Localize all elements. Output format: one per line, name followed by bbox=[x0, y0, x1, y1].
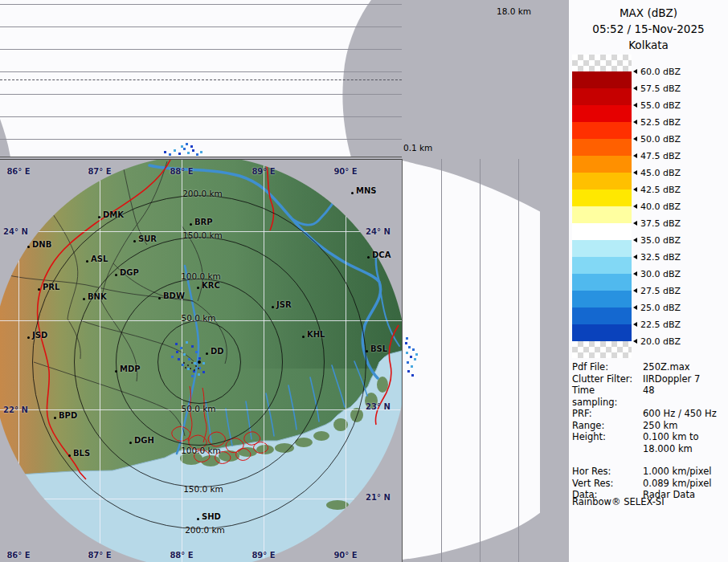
product-title: MAX (dBZ) bbox=[569, 5, 728, 21]
longitude-label-bottom: 88° E bbox=[170, 551, 193, 560]
city-code-label: ASL bbox=[91, 255, 108, 263]
scale-color-cell bbox=[572, 240, 632, 257]
height-gridline bbox=[441, 159, 442, 562]
scale-tick-arrow bbox=[633, 339, 637, 344]
height-gridline bbox=[0, 26, 402, 27]
scale-label-row: 57.5 dBZ bbox=[633, 80, 681, 96]
scale-tick-arrow bbox=[633, 170, 637, 175]
city-code-label: DGH bbox=[134, 436, 154, 445]
scale-label-row: 42.5 dBZ bbox=[633, 181, 681, 198]
height-gridline bbox=[0, 116, 402, 117]
projection-echo-pixel bbox=[407, 361, 409, 364]
city-dot bbox=[83, 298, 85, 300]
longitude-label-bottom: 90° E bbox=[333, 551, 357, 560]
scale-label-text: 45.0 dBZ bbox=[640, 168, 681, 178]
info-row: Hor Res:1.000 km/pixel bbox=[572, 466, 726, 478]
info-value: 1.000 km/pixel bbox=[643, 466, 712, 478]
info-value: IIRDoppler 7 bbox=[643, 373, 700, 385]
city-code-label: PRL bbox=[43, 283, 59, 291]
city-dot bbox=[272, 306, 274, 308]
scale-tick-arrow bbox=[633, 69, 637, 74]
scale-tick-arrow bbox=[633, 255, 637, 259]
scale-label-text: 57.5 dBZ bbox=[640, 83, 681, 94]
longitude-label-bottom: 86° E bbox=[6, 551, 30, 560]
scale-tick-arrow bbox=[633, 120, 637, 124]
city-code-label: DMK bbox=[103, 210, 124, 219]
range-ring-label: 150.0 km bbox=[182, 230, 223, 240]
scale-label-row: 32.5 dBZ bbox=[633, 249, 681, 265]
city-code-label: KRC bbox=[202, 281, 220, 290]
city-dot bbox=[190, 223, 192, 226]
info-label: Height: bbox=[572, 431, 643, 454]
scale-label-text: 50.0 dBZ bbox=[640, 134, 681, 145]
scale-label-text: 30.0 dBZ bbox=[640, 269, 681, 279]
city-code-label: DCA bbox=[372, 250, 391, 259]
scale-color-cell bbox=[572, 189, 632, 206]
projection-echo-pixel bbox=[183, 148, 186, 150]
legend-title-block: MAX (dBZ) 05:52 / 15-Nov-2025 Kolkata bbox=[569, 5, 728, 53]
scale-label-text: 20.0 dBZ bbox=[640, 336, 681, 347]
scale-color-cell bbox=[572, 156, 632, 173]
scale-label-text: 40.0 dBZ bbox=[640, 202, 681, 212]
city-code-label: KHL bbox=[307, 330, 325, 339]
scale-tick-arrow bbox=[633, 204, 637, 209]
city-code-label: JSR bbox=[276, 300, 292, 309]
projection-echo-pixel bbox=[169, 153, 171, 156]
projection-echo-pixel bbox=[410, 356, 412, 358]
scale-color-cell bbox=[572, 307, 632, 324]
scale-label-text: 47.5 dBZ bbox=[640, 151, 681, 161]
scale-color-cell bbox=[572, 274, 632, 291]
range-ring-label: 200.0 km bbox=[182, 189, 223, 198]
legend-panel: MAX (dBZ) 05:52 / 15-Nov-2025 Kolkata 60… bbox=[569, 0, 728, 562]
latitude-label-left: 22° N bbox=[3, 405, 28, 414]
scale-tick-arrow bbox=[633, 238, 637, 242]
scale-label-text: 52.5 dBZ bbox=[640, 117, 681, 128]
vertical-projection-top-panel bbox=[0, 0, 402, 157]
scale-tick-arrow bbox=[633, 305, 637, 310]
projection-echo-pixel bbox=[174, 149, 176, 152]
city-code-label: BNK bbox=[88, 292, 107, 301]
scale-label-row: 40.0 dBZ bbox=[633, 198, 681, 214]
city-dot bbox=[366, 350, 368, 352]
scale-label-row: 25.0 dBZ bbox=[633, 299, 681, 316]
info-value: 250 km bbox=[643, 420, 677, 432]
longitude-label-top: 86° E bbox=[6, 167, 30, 176]
info-value: 0.089 km/pixel bbox=[643, 478, 712, 490]
height-gridline bbox=[0, 94, 402, 95]
info-label: Vert Res: bbox=[572, 478, 643, 490]
range-ring-label: 100.0 km bbox=[181, 271, 221, 281]
projection-echo-pixel bbox=[200, 151, 202, 153]
scale-label-text: 37.5 dBZ bbox=[640, 218, 681, 229]
out-of-range-area-left bbox=[0, 119, 10, 157]
info-row: Vert Res:0.089 km/pixel bbox=[572, 478, 726, 490]
projection-echo-pixel bbox=[196, 153, 198, 156]
scale-label-text: 60.0 dBZ bbox=[640, 67, 681, 77]
scale-color-cell bbox=[572, 324, 632, 341]
projection-echo-pixel bbox=[412, 348, 415, 351]
scale-label-row: 47.5 dBZ bbox=[633, 148, 681, 164]
height-gridline bbox=[480, 159, 481, 562]
scale-label-row: 37.5 dBZ bbox=[633, 215, 681, 231]
city-dot bbox=[115, 274, 117, 276]
city-code-label: BSL bbox=[370, 344, 387, 353]
scale-label-text: 42.5 dBZ bbox=[640, 185, 681, 195]
info-row: Clutter Filter:IIRDoppler 7 bbox=[572, 373, 726, 385]
scale-tick-arrow bbox=[633, 86, 637, 91]
range-ring-label: 50.0 km bbox=[181, 313, 215, 323]
longitude-label-top: 89° E bbox=[252, 167, 275, 176]
vertical-projection-right-panel bbox=[402, 159, 540, 562]
info-label: Pdf File: bbox=[572, 361, 643, 373]
height-gridline bbox=[0, 4, 402, 5]
product-info-block: Pdf File:250Z.maxClutter Filter:IIRDoppl… bbox=[572, 361, 726, 501]
scale-color-cell bbox=[572, 223, 632, 240]
scale-color-cell bbox=[572, 139, 632, 156]
city-dot bbox=[133, 240, 136, 242]
scale-label-row: 22.5 dBZ bbox=[633, 316, 681, 332]
projection-echo-pixel bbox=[414, 358, 416, 360]
scale-tick-arrow bbox=[633, 187, 637, 192]
scale-label-row: 20.0 dBZ bbox=[633, 333, 681, 349]
city-dot bbox=[54, 417, 56, 419]
right-panel-out-of-range-shading bbox=[403, 159, 540, 562]
latitude-label-right: 24° N bbox=[366, 227, 391, 236]
projection-echo-pixel bbox=[411, 365, 413, 368]
